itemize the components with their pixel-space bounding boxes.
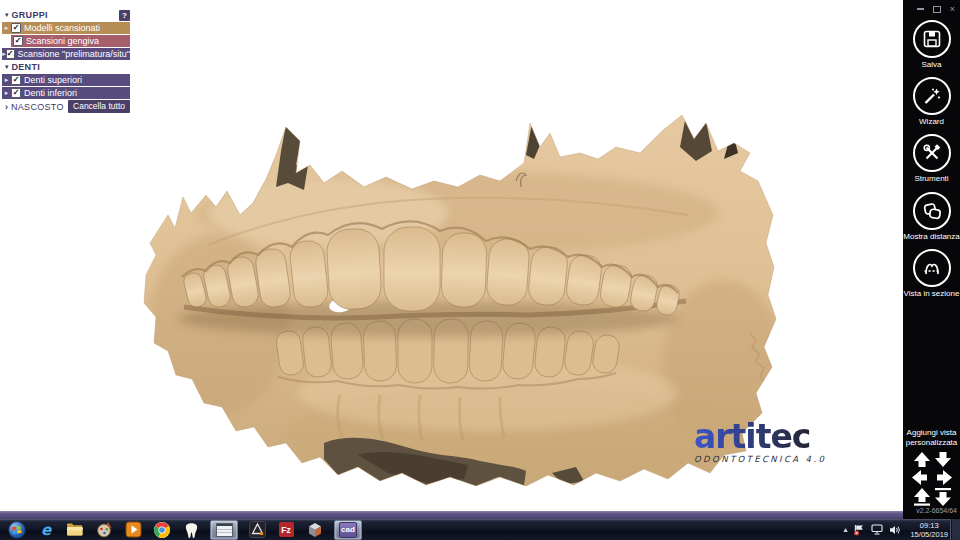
tray-expand-icon[interactable]: ▴: [843, 525, 847, 534]
show-desktop-button[interactable]: [950, 519, 960, 540]
custom-view-line2: personalizzata: [903, 438, 960, 448]
teeth-label: Denti inferiori: [24, 88, 77, 98]
close-icon[interactable]: ×: [950, 5, 955, 13]
tool-label: Strumenti: [903, 174, 960, 183]
gruppi-header-label: GRUPPI: [12, 10, 119, 20]
network-icon[interactable]: [871, 524, 883, 535]
checkbox[interactable]: ✓: [11, 23, 21, 33]
internet-explorer-icon[interactable]: e: [36, 520, 56, 540]
checkbox[interactable]: ✓: [13, 36, 23, 46]
collapse-icon: ▾: [5, 11, 9, 19]
window-controls: ×: [917, 5, 955, 13]
action-center-flag-icon[interactable]: [853, 524, 865, 536]
section-view-button[interactable]: Vista in sezione: [903, 249, 960, 298]
paint-icon[interactable]: [94, 520, 114, 540]
scanner-app-button-active[interactable]: [210, 520, 238, 540]
denti-header[interactable]: ▾ DENTI: [2, 61, 130, 73]
wizard-button[interactable]: Wizard: [903, 77, 960, 126]
teeth-row-denti-superiori[interactable]: ▸ ✓ Denti superiori: [2, 74, 130, 86]
version-label: v2.2-6654/64: [916, 507, 957, 514]
volume-icon[interactable]: [889, 525, 901, 535]
start-button[interactable]: [7, 520, 27, 540]
system-tray: ▴ 09:13 15/05/2019: [843, 519, 948, 540]
chrome-icon[interactable]: [152, 520, 172, 540]
nascosto-label: NASCOSTO: [11, 102, 68, 112]
filezilla-letters: Fz: [279, 522, 294, 537]
media-player-icon[interactable]: [123, 520, 143, 540]
file-explorer-icon[interactable]: [65, 520, 85, 540]
filezilla-icon[interactable]: Fz: [276, 520, 296, 540]
ie-letter: e: [41, 521, 51, 539]
expand-icon[interactable]: ▸: [2, 89, 11, 97]
logo-subtitle: ODONTOTECNICA 4.0: [694, 454, 864, 464]
group-label: Modelli scansionati: [24, 23, 100, 33]
viewport-3d[interactable]: artitec ODONTOTECNICA 4.0: [0, 0, 903, 511]
tools-icon: [913, 134, 951, 172]
nascosto-row[interactable]: › NASCOSTO Cancella tutto: [2, 100, 130, 113]
custom-view-line1: Aggiungi vista: [903, 428, 960, 438]
check-icon: ✓: [13, 89, 20, 97]
dental-scan-model[interactable]: [128, 95, 778, 490]
clear-all-button[interactable]: Cancella tutto: [68, 100, 130, 113]
artec-3d-icon[interactable]: [247, 520, 267, 540]
checkbox[interactable]: ✓: [11, 88, 21, 98]
teeth-label: Denti superiori: [24, 75, 82, 85]
save-icon: [913, 20, 951, 58]
scene-tree-panel: ▾ GRUPPI ? ▸ ✓ Modelli scansionati ✓ Sca…: [2, 9, 130, 114]
add-custom-view-label: Aggiungi vista personalizzata: [903, 428, 960, 448]
teeth-row-denti-inferiori[interactable]: ▸ ✓ Denti inferiori: [2, 87, 130, 99]
save-button[interactable]: Salva: [903, 20, 960, 69]
check-icon: ✓: [15, 37, 22, 45]
clock-date: 15/05/2019: [910, 530, 948, 539]
expand-icon[interactable]: ▸: [2, 24, 11, 32]
wizard-icon: [913, 77, 951, 115]
checkbox[interactable]: ✓: [11, 75, 21, 85]
scanner-window-thumbnail: [216, 523, 233, 537]
group-label: Scansione "prelimatura/situ": [18, 49, 130, 59]
help-button[interactable]: ?: [119, 10, 130, 21]
tool-sidebar: × Salva Wizard: [903, 0, 960, 519]
tool-label: Wizard: [903, 117, 960, 126]
distance-icon: [913, 192, 951, 230]
artitec-logo: artitec ODONTOTECNICA 4.0: [694, 420, 864, 464]
tool-label: Vista in sezione: [903, 289, 960, 298]
group-row-modelli-scansionati[interactable]: ▸ ✓ Modelli scansionati: [2, 22, 130, 34]
denti-header-label: DENTI: [12, 62, 130, 72]
expand-icon[interactable]: ▸: [2, 76, 11, 84]
gruppi-header[interactable]: ▾ GRUPPI ?: [2, 9, 130, 21]
check-icon: ✓: [13, 76, 20, 84]
tool-label: Salva: [903, 60, 960, 69]
clock-time: 09:13: [910, 521, 948, 530]
app-window-bottom-border: [0, 511, 903, 519]
cad-app-button-active[interactable]: cad: [334, 520, 362, 540]
taskbar: e: [0, 519, 960, 540]
cad-letters: cad: [339, 522, 357, 538]
section-view-icon: [913, 249, 951, 287]
show-distance-button[interactable]: Mostra distanza: [903, 192, 960, 241]
tools-button[interactable]: Strumenti: [903, 134, 960, 183]
group-row-scansione-prelimatura[interactable]: ▸ ✓ Scansione "prelimatura/situ": [2, 48, 130, 60]
check-icon: ✓: [13, 24, 20, 32]
checkbox[interactable]: ✓: [6, 49, 15, 59]
restore-icon[interactable]: [933, 6, 941, 13]
minimize-icon[interactable]: [917, 8, 924, 10]
logo-title: artitec: [694, 420, 864, 454]
group-label: Scansioni gengiva: [26, 36, 99, 46]
group-row-scansioni-gengiva[interactable]: ✓ Scansioni gengiva: [11, 35, 130, 47]
view-orientation-arrows[interactable]: [909, 452, 955, 506]
collapse-icon: ▾: [5, 63, 9, 71]
chevron-right-icon: ›: [5, 102, 8, 112]
tool-label: Mostra distanza: [903, 232, 960, 241]
tray-clock[interactable]: 09:13 15/05/2019: [910, 521, 948, 539]
check-icon: ✓: [7, 50, 14, 58]
mesh-cube-icon[interactable]: [305, 520, 325, 540]
dental-app-tooth-icon[interactable]: [181, 520, 201, 540]
